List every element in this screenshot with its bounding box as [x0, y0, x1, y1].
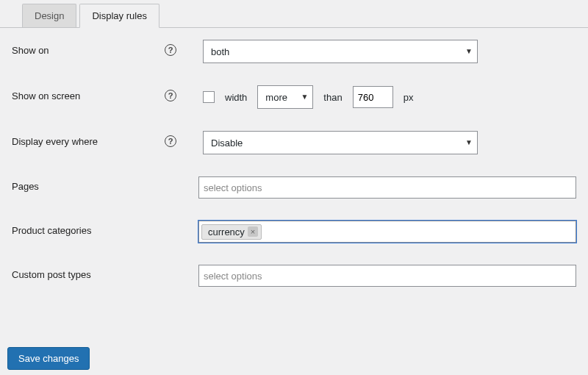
- label-product-categories: Product categories: [12, 225, 91, 236]
- chevron-down-icon: ▼: [465, 40, 473, 63]
- select-custom-post-types[interactable]: select options: [198, 265, 576, 287]
- tag-currency-label: currency: [208, 226, 245, 238]
- row-display-everywhere: Display every where ? Disable ▼: [12, 131, 576, 154]
- label-show-on: Show on: [12, 45, 49, 56]
- tag-currency: currency ×: [201, 224, 262, 240]
- save-button[interactable]: Save changes: [7, 347, 90, 370]
- select-custom-post-types-placeholder: select options: [204, 271, 262, 282]
- select-show-on-value: both: [211, 46, 229, 57]
- select-display-everywhere[interactable]: Disable ▼: [203, 131, 478, 154]
- row-pages: Pages select options: [12, 176, 576, 199]
- select-comparator-value: more: [265, 92, 287, 103]
- checkbox-width[interactable]: [203, 91, 215, 103]
- label-than: than: [323, 92, 342, 103]
- row-show-on-screen: Show on screen ? width more ▼ than px: [12, 85, 576, 109]
- label-custom-post-types: Custom post types: [12, 269, 91, 280]
- label-width: width: [225, 92, 247, 103]
- tab-display-rules[interactable]: Display rules: [79, 4, 159, 28]
- input-width-value[interactable]: [353, 86, 393, 108]
- label-display-everywhere: Display every where: [12, 136, 98, 147]
- label-pages: Pages: [12, 181, 39, 192]
- help-icon[interactable]: ?: [165, 44, 176, 56]
- row-show-on: Show on ? both ▼: [12, 40, 576, 63]
- select-pages-placeholder: select options: [204, 182, 262, 193]
- row-product-categories: Product categories currency ×: [12, 221, 576, 243]
- tab-design[interactable]: Design: [22, 4, 76, 27]
- select-product-categories[interactable]: currency ×: [198, 221, 576, 243]
- select-comparator[interactable]: more ▼: [257, 85, 313, 109]
- help-icon[interactable]: ?: [165, 90, 176, 101]
- close-icon[interactable]: ×: [248, 226, 258, 237]
- help-icon[interactable]: ?: [165, 135, 176, 147]
- chevron-down-icon: ▼: [301, 85, 308, 109]
- select-display-everywhere-value: Disable: [211, 138, 243, 149]
- row-custom-post-types: Custom post types select options: [12, 265, 576, 287]
- select-show-on[interactable]: both ▼: [203, 40, 478, 63]
- select-pages[interactable]: select options: [198, 176, 576, 199]
- label-show-on-screen: Show on screen: [12, 90, 80, 101]
- label-px: px: [404, 92, 414, 103]
- chevron-down-icon: ▼: [465, 131, 473, 154]
- tab-bar: Design Display rules: [0, 0, 588, 28]
